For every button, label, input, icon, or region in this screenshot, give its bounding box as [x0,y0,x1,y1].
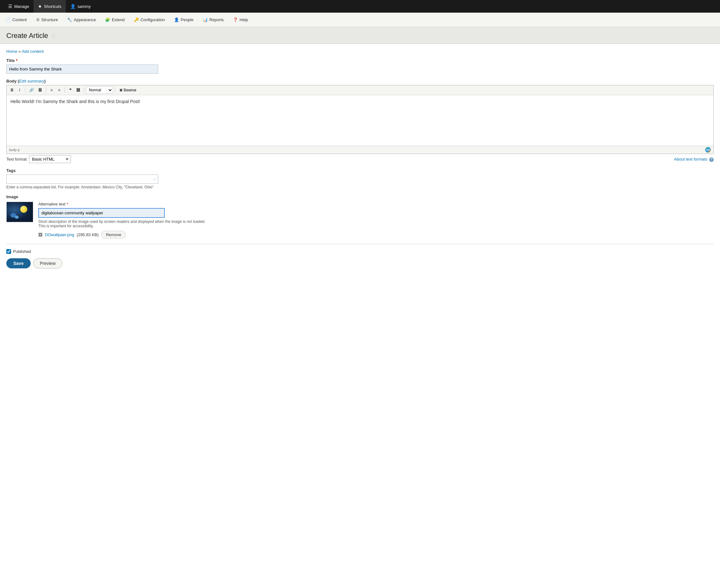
image-section: Image Alternative text * Short descripti… [6,194,714,239]
bookmark-star-icon[interactable]: ☆ [51,33,56,39]
breadcrumb-home[interactable]: Home [6,49,17,54]
shortcuts-label: Shortcuts [44,4,61,9]
nav-extend-label: Extend [112,17,124,22]
nav-help-label: Help [239,17,248,22]
nav-reports-label: Reports [209,17,224,22]
alt-text-hint: Short description of the image used by s… [38,219,212,228]
title-required-marker: * [16,58,17,63]
breadcrumb: Home » Add content [6,49,714,54]
body-label: Body (Edit summary) [6,79,714,83]
unordered-list-button[interactable]: ≡ [48,87,55,93]
toolbar-divider-1 [25,87,25,93]
editor-body[interactable]: Hello World! I'm Sammy the Shark and thi… [7,95,713,146]
admin-bar: ☰ Manage ★ Shortcuts 👤 sammy [0,0,720,13]
shortcuts-menu-item[interactable]: ★ Shortcuts [34,0,66,13]
link-button[interactable]: 🔗 [27,87,36,93]
file-size: (295.83 KB) [77,232,99,237]
extend-icon: 🧩 [105,17,110,22]
nav-content[interactable]: 📄 Content [1,13,32,27]
unlink-button[interactable]: ⛓ [36,87,44,93]
nav-structure-label: Structure [41,17,58,22]
tags-input[interactable] [6,174,158,184]
nav-reports[interactable]: 📊 Reports [198,13,229,27]
image-thumbnail [6,202,33,222]
nav-appearance-label: Appearance [74,17,96,22]
hamburger-icon: ☰ [8,4,12,9]
preview-button[interactable]: Preview [33,258,62,268]
alt-text-input[interactable] [38,208,165,218]
tags-field-group: Tags ○ Enter a comma-separated list. For… [6,168,714,189]
save-button[interactable]: Save [6,258,31,268]
action-buttons: Save Preview [6,258,714,268]
nav-appearance[interactable]: 🔧 Appearance [63,13,101,27]
title-label: Title * [6,58,714,63]
alt-text-required-marker: * [67,202,68,206]
tags-label: Tags [6,168,714,173]
tags-spinner-icon: ○ [154,177,156,182]
about-formats-link[interactable]: About text formats [674,157,708,162]
tags-hint: Enter a comma-separated list. For exampl… [6,185,714,189]
image-upload-area: Alternative text * Short description of … [6,202,714,239]
edit-summary-link[interactable]: Edit summary [19,79,44,83]
title-input[interactable] [6,64,158,74]
toolbar-divider-3 [64,87,65,93]
section-divider [6,244,714,244]
nav-help[interactable]: ❓ Help [228,13,253,27]
source-button[interactable]: 🖥 Source [117,87,138,93]
breadcrumb-separator: » [18,49,21,54]
help-icon: ❓ [233,17,238,22]
manage-menu-item[interactable]: ☰ Manage [4,0,34,13]
editor-statusbar: body p CK [7,146,713,154]
page-title: Create Article [6,31,48,40]
configuration-icon: 🔑 [134,17,139,22]
editor-wrapper: B I 🔗 ⛓ ≡ ≡ ❝ 🖼 Normal Heading 1 Heading… [6,85,714,154]
thumb-circle [20,206,27,213]
text-format-left: Text format Basic HTML Restricted HTML F… [6,155,71,163]
toolbar-divider-2 [46,87,46,93]
nav-extend[interactable]: 🧩 Extend [101,13,129,27]
file-info: 🖼 DOwallpaer.png (295.83 KB) Remove [38,231,714,239]
nav-bar: 📄 Content ⚙ Structure 🔧 Appearance 🧩 Ext… [0,13,720,27]
image-label: Image [6,194,714,199]
ordered-list-button[interactable]: ≡ [56,87,63,93]
published-label[interactable]: Published [13,249,31,254]
main-content: Home » Add content Title * Body (Edit su… [0,44,720,273]
content-icon: 📄 [6,17,11,22]
image-details: Alternative text * Short description of … [38,202,714,239]
star-icon: ★ [38,4,42,9]
file-link[interactable]: DOwallpaer.png [45,232,74,237]
italic-button[interactable]: I [16,87,23,93]
text-format-select[interactable]: Basic HTML Restricted HTML Full HTML [29,155,71,163]
nav-people-label: People [181,17,193,22]
user-menu-item[interactable]: 👤 sammy [66,0,95,13]
remove-image-button[interactable]: Remove [101,231,126,239]
about-formats-link-wrapper: About text formats ? [674,156,714,162]
nav-content-label: Content [12,17,27,22]
body-field-group: Body (Edit summary) B I 🔗 ⛓ ≡ ≡ ❝ 🖼 Norm… [6,79,714,163]
format-select[interactable]: Normal Heading 1 Heading 2 Heading 3 [86,87,113,93]
appearance-icon: 🔧 [67,17,72,22]
nav-structure[interactable]: ⚙ Structure [32,13,63,27]
editor-toolbar: B I 🔗 ⛓ ≡ ≡ ❝ 🖼 Normal Heading 1 Heading… [7,85,713,95]
image-thumb-inner [7,202,33,222]
published-row: Published [6,249,714,254]
alt-text-label: Alternative text * [38,202,714,206]
nav-configuration-label: Configuration [140,17,165,22]
page-header: Create Article ☆ [0,27,720,44]
image-insert-button[interactable]: 🖼 [74,87,82,93]
file-icon: 🖼 [38,232,42,237]
about-formats-help-icon: ? [709,158,714,162]
text-format-label: Text format [6,157,26,162]
reports-icon: 📊 [203,17,208,22]
breadcrumb-parent[interactable]: Add content [21,49,43,54]
nav-people[interactable]: 👤 People [169,13,198,27]
title-field-group: Title * [6,58,714,74]
editor-path: body p [9,148,20,152]
tags-input-wrapper: ○ [6,174,158,184]
toolbar-divider-5 [115,87,115,93]
blockquote-button[interactable]: ❝ [67,87,74,93]
published-checkbox[interactable] [6,249,11,254]
bold-button[interactable]: B [8,87,16,93]
toolbar-divider-4 [84,87,84,93]
nav-configuration[interactable]: 🔑 Configuration [129,13,169,27]
